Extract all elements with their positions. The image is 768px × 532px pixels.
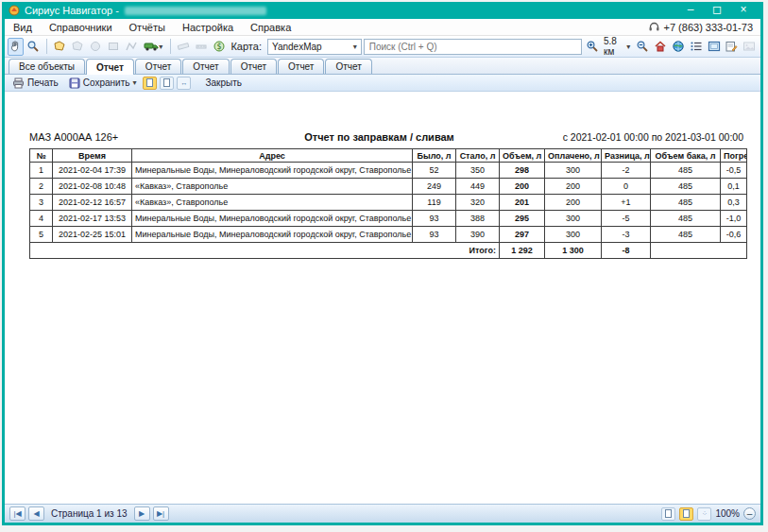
pan-tool-button[interactable] [8,38,24,56]
status-bar: |◀ ◀ Страница 1 из 13 ▶ ▶| ⁘ 100% – [5,504,760,523]
zoom-out-button[interactable] [634,38,650,56]
cell-paid: 200 [545,195,602,211]
tab-report-active[interactable]: Отчет [86,59,134,75]
table-row[interactable]: 4 2021-02-17 13:53 Минеральные Воды, Мин… [30,211,747,227]
totals-paid: 1 300 [545,243,602,259]
tab-report-5[interactable]: Отчет [278,59,324,74]
zoom-tool-button[interactable] [26,38,42,56]
view-whole-page-button[interactable] [160,77,174,90]
cell-number: 1 [30,163,53,179]
cell-number: 2 [30,179,53,195]
status-view-fit-button[interactable] [679,507,693,521]
tab-report-4[interactable]: Отчет [230,59,277,74]
screenshot-button[interactable] [742,38,758,56]
view-two-pages-button[interactable]: ↔ [177,77,191,90]
cell-time: 2021-02-17 13:53 [53,211,132,227]
minimap-button[interactable] [706,38,722,56]
support-phone: +7 (863) 333-01-73 [648,21,760,33]
toolbar-separator [46,39,47,54]
chevron-down-icon: ▾ [159,43,162,51]
cell-paid: 300 [545,211,602,227]
next-page-button[interactable]: ▶ [134,506,150,521]
zoom-in-button[interactable] [584,38,600,56]
prev-page-button[interactable]: ◀ [28,506,44,521]
tab-report-6[interactable]: Отчет [325,59,371,74]
maximize-button[interactable]: ◻ [704,3,730,18]
scale-value: 5.8 км [604,36,624,57]
globe-icon [672,40,685,53]
polyline-tool-button[interactable] [124,38,140,56]
truck-icon [144,40,159,53]
title-redacted-text [125,7,266,15]
save-button[interactable]: Сохранить ▾ [65,77,141,90]
tab-all-objects[interactable]: Все объекты [9,59,85,74]
tab-report-3[interactable]: Отчет [182,59,229,74]
view-page-width-button[interactable] [143,77,157,90]
cell-error: 0,3 [721,195,747,211]
notes-button[interactable] [724,38,740,56]
cell-diff: 0 [602,179,651,195]
menu-settings[interactable]: Настройка [174,22,242,33]
cell-paid: 300 [545,163,602,179]
measure-area-button[interactable] [194,38,210,56]
table-row[interactable]: 2 2021-02-08 10:48 «Кавказ», Ставрополье… [30,179,747,195]
table-header-row: № Время Адрес Было, л Стало, л Объем, л … [30,149,747,163]
floppy-icon [69,77,80,89]
search-input[interactable] [364,39,582,55]
table-row[interactable]: 3 2021-02-12 16:57 «Кавказ», Ставрополье… [30,195,747,211]
cell-address: Минеральные Воды, Минераловодский городс… [132,163,413,179]
legend-button[interactable] [688,38,704,56]
close-report-button[interactable]: Закрыть [201,77,246,89]
table-row[interactable]: 5 2021-02-25 15:01 Минеральные Воды, Мин… [30,227,747,243]
cell-tank: 485 [651,195,721,211]
cell-paid: 300 [545,227,602,243]
minus-icon: – [747,509,753,519]
status-view-multi-button[interactable]: ⁘ [697,507,711,521]
tab-report-2[interactable]: Отчет [135,59,181,74]
cell-address: Минеральные Воды, Минераловодский городс… [132,227,413,243]
home-view-button[interactable] [652,38,668,56]
minimize-button[interactable]: – [677,3,704,18]
status-zoom-out-button[interactable]: – [743,507,756,520]
cell-diff: -2 [602,163,651,179]
page-indicator: Страница 1 из 13 [51,508,128,519]
app-window: Сириус Навигатор - – ◻ × Вид Справочники… [2,2,763,525]
first-page-icon: |◀ [13,509,21,518]
tab-label: Отчет [145,61,171,72]
world-map-button[interactable] [670,38,686,56]
map-provider-select[interactable]: YandexMap ▾ [267,39,362,55]
tab-label: Отчет [193,61,218,72]
map-frame-icon [708,40,721,53]
rectangle-tool-button[interactable] [106,38,122,56]
circle-tool-button[interactable] [88,38,104,56]
menu-view[interactable]: Вид [5,22,41,33]
zoom-in-icon [586,40,599,53]
menu-reports[interactable]: Отчёты [121,22,174,33]
menu-directories[interactable]: Справочники [41,22,121,33]
title-bar: Сириус Навигатор - – ◻ × [5,2,760,19]
pager: |◀ ◀ Страница 1 из 13 ▶ ▶| [9,506,169,521]
totals-row: Итого: 1 292 1 300 -8 [30,243,747,259]
table-row[interactable]: 1 2021-02-04 17:39 Минеральные Воды, Мин… [30,163,747,179]
cell-tank: 485 [651,179,721,195]
cell-tank: 485 [651,211,721,227]
app-logo-icon [9,5,20,16]
col-tank: Объем бака, л [651,149,721,163]
cost-button[interactable]: $ [212,38,228,56]
page-glyph-icon [163,78,170,87]
status-right-group: ⁘ 100% – [661,507,756,521]
status-view-single-button[interactable] [661,507,675,521]
scale-dropdown[interactable]: 5.8 км ▾ [602,36,632,57]
polygon-tool-button[interactable] [70,38,86,56]
print-button[interactable]: Печать [9,77,62,90]
close-button[interactable]: × [730,3,757,18]
polygon-edit-icon [53,40,66,53]
polygon-icon [71,40,84,53]
vehicle-menu-button[interactable]: ▾ [142,38,165,56]
geozone-edit-button[interactable] [52,38,68,56]
menu-help[interactable]: Справка [242,22,299,33]
last-page-button[interactable]: ▶| [153,506,169,521]
first-page-button[interactable]: |◀ [9,506,26,521]
measure-distance-button[interactable] [176,38,192,56]
cell-after: 350 [456,163,500,179]
